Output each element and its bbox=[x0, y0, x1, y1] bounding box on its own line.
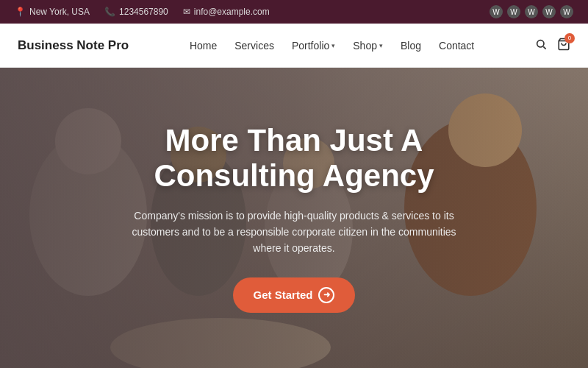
hero-title: More Than Just AConsulting Agency bbox=[125, 123, 463, 194]
get-started-button[interactable]: Get Started ➜ bbox=[233, 277, 356, 313]
top-bar-left: 📍 New York, USA 📞 1234567890 ✉ info@exam… bbox=[15, 7, 270, 17]
chevron-down-icon: ▾ bbox=[379, 42, 383, 49]
nav-link-portfolio[interactable]: Portfolio bbox=[292, 40, 329, 52]
nav-link-shop[interactable]: Shop bbox=[353, 40, 377, 52]
svg-line-1 bbox=[543, 46, 545, 49]
email-item: ✉ info@example.com bbox=[183, 7, 270, 17]
location-icon: 📍 bbox=[15, 7, 26, 17]
hero-subtitle: Company's mission is to provide high-qua… bbox=[125, 208, 463, 257]
cart-button[interactable]: 0 bbox=[557, 38, 570, 54]
nav-link-contact[interactable]: Contact bbox=[439, 40, 474, 52]
wp-icon-2[interactable]: W bbox=[507, 5, 520, 18]
phone-icon: 📞 bbox=[104, 7, 115, 17]
nav-item-contact[interactable]: Contact bbox=[439, 39, 474, 52]
hero-section: More Than Just AConsulting Agency Compan… bbox=[0, 68, 588, 368]
phone-text: 1234567890 bbox=[119, 7, 168, 17]
nav-item-blog[interactable]: Blog bbox=[401, 39, 421, 52]
phone-item: 📞 1234567890 bbox=[104, 7, 168, 17]
nav-item-services[interactable]: Services bbox=[234, 39, 274, 52]
nav-actions: 0 bbox=[535, 38, 570, 54]
email-icon: ✉ bbox=[183, 7, 190, 17]
wp-icon-4[interactable]: W bbox=[542, 5, 556, 18]
brand-logo[interactable]: Business Note Pro bbox=[18, 38, 129, 53]
wp-icon-1[interactable]: W bbox=[490, 5, 503, 18]
get-started-label: Get Started bbox=[254, 289, 313, 301]
arrow-circle-icon: ➜ bbox=[318, 287, 334, 303]
cart-badge: 0 bbox=[564, 33, 575, 43]
nav-link-blog[interactable]: Blog bbox=[401, 40, 421, 52]
svg-point-0 bbox=[537, 40, 544, 46]
top-bar: 📍 New York, USA 📞 1234567890 ✉ info@exam… bbox=[0, 0, 588, 24]
nav-item-shop[interactable]: Shop ▾ bbox=[353, 40, 383, 52]
email-text: info@example.com bbox=[194, 7, 270, 17]
chevron-down-icon: ▾ bbox=[331, 42, 335, 49]
location-item: 📍 New York, USA bbox=[15, 7, 90, 17]
top-bar-right: W W W W W bbox=[490, 5, 573, 18]
nav-links: Home Services Portfolio ▾ Shop ▾ Blog Co… bbox=[190, 39, 474, 52]
location-text: New York, USA bbox=[29, 7, 90, 17]
search-button[interactable] bbox=[535, 38, 547, 53]
hero-content: More Than Just AConsulting Agency Compan… bbox=[110, 123, 478, 313]
nav-item-home[interactable]: Home bbox=[190, 39, 217, 52]
navbar: Business Note Pro Home Services Portfoli… bbox=[0, 24, 588, 68]
nav-link-services[interactable]: Services bbox=[234, 40, 274, 52]
nav-link-home[interactable]: Home bbox=[190, 40, 217, 52]
wp-icon-5[interactable]: W bbox=[560, 5, 573, 18]
nav-item-portfolio[interactable]: Portfolio ▾ bbox=[292, 40, 335, 52]
wp-icon-3[interactable]: W bbox=[525, 5, 538, 18]
